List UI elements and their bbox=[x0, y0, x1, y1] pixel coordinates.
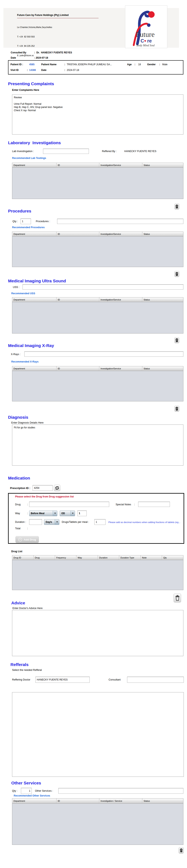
column-header-investigation-service[interactable]: Investigation/Service bbox=[99, 163, 142, 167]
procedures-qty-label: Qty : bbox=[12, 220, 18, 223]
logo-tagline: Body Mind Soul bbox=[137, 44, 155, 47]
column-header-investigation-service[interactable]: Investigation / Service bbox=[99, 799, 142, 803]
column-header-drug[interactable]: Drug bbox=[34, 555, 55, 560]
fractions-hint: Please add as decimal numbers when addin… bbox=[108, 521, 183, 523]
lab-investigation-input[interactable] bbox=[43, 149, 89, 154]
column-header-duration-type[interactable]: Duration Type bbox=[119, 555, 141, 560]
special-notes-input[interactable] bbox=[138, 502, 170, 507]
visit-id-value: 14386 bbox=[29, 69, 36, 71]
column-header-department[interactable]: Department bbox=[12, 298, 57, 302]
column-header-status[interactable]: Status bbox=[142, 366, 183, 371]
trash-icon bbox=[175, 205, 178, 209]
reffering-doctor-input[interactable] bbox=[35, 677, 90, 683]
duration-input[interactable] bbox=[29, 519, 42, 525]
section-title-medication: Medication bbox=[8, 476, 30, 480]
way-count-input[interactable] bbox=[77, 510, 87, 516]
company-underline bbox=[17, 18, 99, 18]
other-qty-input[interactable] bbox=[21, 788, 32, 794]
column-header-status[interactable]: Status bbox=[142, 799, 183, 803]
gender-label: Gender bbox=[147, 63, 156, 66]
procedures-qty-input[interactable] bbox=[21, 218, 31, 224]
section-title-presenting-complaints: Presenting Complaints bbox=[8, 81, 54, 86]
column-header-department[interactable]: Department bbox=[12, 232, 57, 236]
column-header-id[interactable]: ID bbox=[57, 298, 99, 302]
reffered-by-label: Reffered By : bbox=[102, 150, 117, 153]
lab-investigation-label: Lab Investingation : bbox=[12, 150, 34, 153]
column-header-investigation-service[interactable]: Investigation/Service bbox=[99, 232, 142, 236]
refresh-prescription-button[interactable] bbox=[54, 485, 60, 491]
patient-id-value: 4585 bbox=[29, 63, 35, 66]
advice-textarea[interactable] bbox=[12, 610, 183, 656]
delete-lab-testing-button[interactable] bbox=[175, 204, 179, 209]
visit-date-value: 2024-07-18 bbox=[67, 69, 79, 71]
column-header-id[interactable]: ID bbox=[57, 799, 99, 803]
complaints-textarea[interactable]: Review Urine Full Report- Normal Hep B, … bbox=[12, 94, 183, 134]
uss-input[interactable] bbox=[23, 284, 183, 289]
way-label: Way bbox=[15, 512, 20, 515]
section-title-other-services: Other Services bbox=[11, 781, 41, 785]
consultant-label: Consultant bbox=[109, 678, 121, 681]
drug-list-label: Drug List bbox=[11, 550, 22, 553]
chevron-down-icon bbox=[53, 511, 57, 516]
meal-timing-select[interactable]: Before Meal bbox=[29, 510, 57, 516]
per-meal-input[interactable] bbox=[94, 519, 106, 525]
consultant-input[interactable] bbox=[127, 677, 184, 683]
colon: : bbox=[134, 503, 135, 506]
meal-timing-selected-value: Before Meal bbox=[29, 511, 53, 516]
plus-circle-icon: + bbox=[18, 538, 22, 541]
section-title-procedures: Procedures bbox=[8, 209, 31, 214]
column-header-department[interactable]: Department bbox=[12, 163, 57, 167]
column-header-investigation-service[interactable]: Investigation/Service bbox=[99, 366, 142, 371]
column-header-investigation-service[interactable]: Investigation/Service bbox=[99, 298, 142, 302]
lab-testings-table: Department ID Investigation/Service Stat… bbox=[12, 163, 183, 199]
column-header-status[interactable]: Status bbox=[142, 163, 183, 167]
column-header-id[interactable]: ID bbox=[57, 163, 99, 167]
drug-label: Drug bbox=[15, 503, 21, 506]
delete-other-service-button[interactable] bbox=[179, 847, 184, 853]
section-title-laboratory-investigations: Laboratory Investigations bbox=[8, 141, 61, 145]
section-title-diagnosis: Diagnosis bbox=[8, 415, 28, 420]
xray-table: Department ID Investigation/Service Stat… bbox=[12, 366, 183, 401]
column-header-note[interactable]: Note bbox=[141, 555, 162, 560]
address-line: Le Chainter,Victoria,Mahe,Seychelles bbox=[17, 26, 52, 29]
other-services-input[interactable] bbox=[58, 788, 183, 794]
column-header-department[interactable]: Department bbox=[12, 366, 57, 371]
diagnosis-textarea[interactable]: Fit for go for studies bbox=[12, 425, 183, 466]
colon: : bbox=[27, 503, 28, 506]
column-header-frequency[interactable]: Fequency bbox=[55, 555, 76, 560]
column-header-qty[interactable]: Qty bbox=[162, 555, 183, 560]
delete-procedure-button[interactable] bbox=[175, 271, 179, 277]
uss-label: USS : bbox=[13, 286, 20, 288]
logo-word-future: Future bbox=[136, 30, 155, 38]
colon: : bbox=[34, 56, 35, 59]
logo-word-care-re: re bbox=[147, 38, 152, 43]
drug-input[interactable] bbox=[29, 502, 109, 507]
table-header-row: Department ID Investigation/Service Stat… bbox=[12, 163, 183, 167]
column-header-drug-id[interactable]: Drug ID bbox=[12, 555, 34, 560]
add-drug-button[interactable]: + Add Drug bbox=[15, 536, 39, 543]
duration-unit-select[interactable]: Day/s bbox=[44, 519, 59, 525]
procedures-input[interactable] bbox=[57, 219, 183, 224]
column-header-way[interactable]: Way bbox=[76, 555, 98, 560]
column-header-id[interactable]: ID bbox=[57, 232, 99, 236]
column-header-status[interactable]: Status bbox=[142, 298, 183, 302]
chevron-down-icon bbox=[55, 519, 59, 525]
delete-uss-button[interactable] bbox=[175, 337, 179, 343]
colon: : bbox=[64, 63, 65, 66]
uss-table: Department ID Investigation/Service Stat… bbox=[12, 297, 183, 334]
column-header-status[interactable]: Status bbox=[142, 232, 183, 236]
future-care-logo-icon: Future C ♥ re Body Mind Soul bbox=[125, 6, 167, 48]
refferal-list-box[interactable] bbox=[12, 692, 184, 777]
frequency-select[interactable]: OD bbox=[60, 510, 75, 516]
recommended-procedures-label: Recommended Procedures bbox=[12, 226, 45, 229]
xrays-input[interactable] bbox=[24, 351, 183, 356]
prescription-id-input[interactable] bbox=[33, 485, 53, 491]
column-header-duration[interactable]: Duration bbox=[98, 555, 119, 560]
chevron-down-icon bbox=[70, 511, 75, 516]
column-header-department[interactable]: Department bbox=[12, 799, 57, 803]
delete-advice-button[interactable] bbox=[174, 594, 181, 602]
logo-heart-icon: ♥ bbox=[144, 39, 146, 43]
column-header-id[interactable]: ID bbox=[57, 366, 99, 371]
date-label: Date bbox=[11, 56, 34, 59]
delete-xray-button[interactable] bbox=[175, 406, 179, 411]
